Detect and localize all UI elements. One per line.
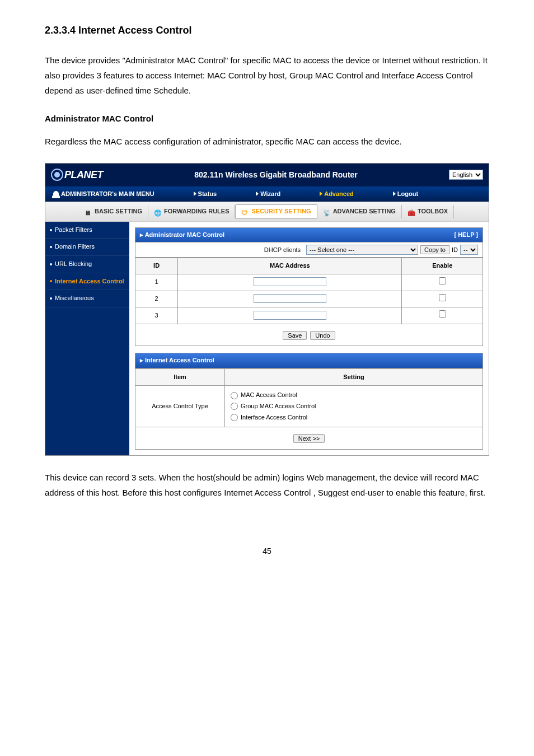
copy-to-button[interactable]: Copy to [420,245,449,254]
id-select[interactable]: -- [460,245,478,255]
toolbox-icon: 🧰 [407,208,415,215]
panel-title: Internet Access Control [140,356,214,366]
router-screenshot: PLANET 802.11n Wireless Gigabit Broadban… [45,163,489,456]
row-id: 3 [135,307,178,324]
mac-input-1[interactable] [254,277,326,286]
intro-text: The device provides "Administrator MAC C… [45,53,489,98]
monitor-icon: 🖥 [85,208,92,215]
sub-forwarding-rules[interactable]: 🌐FORWARDING RULES [148,205,236,218]
table-row: 2 [135,291,483,307]
panel-title: Administrator MAC Control [140,230,224,240]
mac-input-3[interactable] [254,311,326,320]
help-link[interactable]: [ HELP ] [454,230,478,240]
logo-icon [51,169,63,181]
main-panel: Administrator MAC Control [ HELP ] DHCP … [129,222,489,455]
sidebar-miscellaneous[interactable]: Miscellaneous [45,290,129,307]
row-id: 1 [135,274,178,291]
radio-interface-access[interactable] [231,414,238,421]
save-undo-row: Save Undo [135,324,483,346]
sub-advanced-setting[interactable]: 📡ADVANCED SETTING [317,205,402,218]
col-item: Item [135,368,225,386]
col-mac: MAC Address [178,258,402,274]
next-row: Next >> [135,427,483,449]
sidebar-internet-access-control[interactable]: Internet Access Control [45,273,129,291]
col-id: ID [135,258,178,274]
sub-toolbox[interactable]: 🧰TOOLBOX [402,205,454,218]
admin-mac-text: Regardless the MAC access configuration … [45,134,489,149]
save-button[interactable]: Save [283,331,307,340]
id-label: ID [452,245,458,255]
dhcp-label: DHCP clients [264,245,301,255]
col-setting: Setting [225,368,483,386]
menu-wizard[interactable]: Wizard [256,189,280,199]
mac-table: ID MAC Address Enable 1 2 3 [135,258,483,324]
section-title: 2.3.3.4 Internet Access Control [45,22,489,39]
radio-group-mac-access[interactable] [231,403,238,410]
language-select[interactable]: English [449,170,483,180]
table-row: 3 [135,307,483,324]
menu-status[interactable]: Status [194,189,217,199]
next-button[interactable]: Next >> [293,434,325,443]
admin-mac-panel-header: Administrator MAC Control [ HELP ] [135,227,483,243]
undo-button[interactable]: Undo [310,331,335,340]
sub-security-setting[interactable]: 🛡SECURITY SETTING [235,204,317,219]
page-number: 45 [45,545,489,557]
dhcp-row: DHCP clients --- Select one --- Copy to … [135,242,483,258]
radio-mac-access[interactable] [231,392,238,399]
sidebar: Packet Filters Domain Filters URL Blocki… [45,222,129,455]
banner-title: 802.11n Wireless Gigabit Broadband Route… [103,169,449,181]
sidebar-url-blocking[interactable]: URL Blocking [45,256,129,273]
globe-icon: 🌐 [154,208,162,215]
logo-text: PLANET [64,167,103,183]
top-banner: PLANET 802.11n Wireless Gigabit Broadban… [45,164,489,186]
item-label: Access Control Type [135,386,225,427]
user-icon [53,191,59,197]
radio-label: Group MAC Access Control [241,402,316,412]
radio-label: Interface Access Control [241,413,307,423]
menu-logout[interactable]: Logout [393,189,418,199]
mac-input-2[interactable] [254,294,326,303]
sidebar-domain-filters[interactable]: Domain Filters [45,239,129,256]
row-id: 2 [135,291,178,307]
menu-advanced[interactable]: Advanced [320,189,354,199]
radio-label: MAC Access Control [241,390,297,400]
dhcp-select[interactable]: --- Select one --- [306,245,418,255]
table-row: 1 [135,274,483,291]
sub-basic-setting[interactable]: 🖥BASIC SETTING [79,205,148,218]
shield-icon: 🛡 [241,208,249,215]
footer-text: This device can record 3 sets. When the … [45,470,489,500]
setting-table: Item Setting Access Control Type MAC Acc… [135,368,483,427]
enable-checkbox-1[interactable] [439,277,446,284]
enable-checkbox-2[interactable] [439,294,446,301]
main-menu-title: ADMINISTRATOR's MAIN MENU [53,189,154,199]
table-row: Access Control Type MAC Access Control G… [135,386,483,427]
internet-access-panel-header: Internet Access Control [135,353,483,368]
antenna-icon: 📡 [323,208,331,215]
sub-menu: 🖥BASIC SETTING 🌐FORWARDING RULES 🛡SECURI… [45,202,489,222]
main-menu: ADMINISTRATOR's MAIN MENU Status Wizard … [45,186,489,202]
sidebar-packet-filters[interactable]: Packet Filters [45,222,129,239]
admin-mac-title: Administrator MAC Control [45,112,489,125]
enable-checkbox-3[interactable] [439,310,446,318]
col-enable: Enable [402,258,483,274]
logo: PLANET [51,167,103,183]
